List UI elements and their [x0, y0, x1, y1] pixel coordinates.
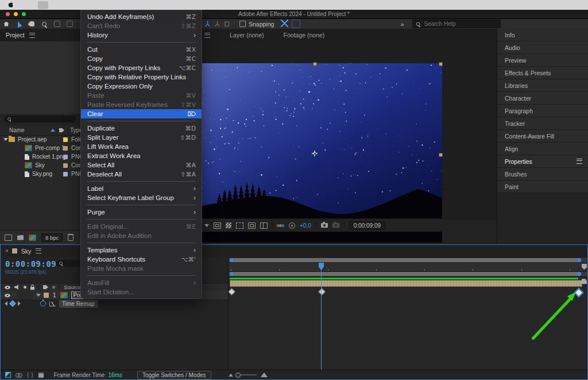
current-timecode[interactable]: 0:00:09:09	[5, 259, 56, 268]
exposure-offset-value[interactable]: +0,0	[300, 222, 311, 229]
minimize-traffic-light[interactable]	[14, 12, 18, 16]
menubar-item[interactable]	[90, 1, 100, 9]
stopwatch-icon[interactable]	[40, 301, 46, 306]
panel-menu-icon[interactable]	[204, 33, 210, 38]
menu-item[interactable]: Clear ⌦	[81, 109, 202, 118]
work-area-bar[interactable]	[230, 272, 581, 276]
menu-item[interactable]	[87, 243, 196, 243]
keyframe-diamond-selected[interactable]	[574, 288, 584, 298]
panel-header[interactable]: Tracker	[497, 117, 588, 130]
home-button[interactable]	[0, 19, 13, 29]
menu-item[interactable]: Paste Mocha mask	[81, 264, 202, 273]
viewer-timecode[interactable]: 0:00:09:09	[349, 221, 385, 230]
switch-cell[interactable]	[17, 291, 25, 299]
zoom-in-mountain-icon[interactable]	[261, 373, 268, 377]
menu-item[interactable]	[87, 181, 196, 182]
footage-tab[interactable]: Footage (none)	[284, 32, 325, 39]
menubar-item[interactable]	[28, 1, 38, 9]
property-name[interactable]: Time Remap	[59, 300, 98, 308]
menu-item[interactable]	[87, 275, 196, 276]
sort-ascending-icon[interactable]	[51, 129, 55, 132]
timeline-tab-sky[interactable]: Sky	[21, 248, 32, 255]
menubar-item[interactable]	[110, 1, 121, 9]
menubar-item[interactable]	[38, 1, 48, 9]
mask-visibility-icon[interactable]	[248, 222, 256, 229]
snap-grid-icon[interactable]	[292, 20, 300, 28]
menu-item[interactable]: Deselect All ⇧⌘A	[81, 170, 202, 179]
lock-icon[interactable]	[30, 287, 34, 290]
panel-header[interactable]: Effects & Presets	[497, 67, 588, 79]
work-area-end-handle[interactable]	[578, 272, 581, 276]
menu-item[interactable]: Keyboard Shortcuts ⌥⌘'	[81, 255, 202, 264]
label-color-chip[interactable]	[63, 137, 68, 142]
label-tag-icon[interactable]	[43, 285, 48, 289]
panel-header[interactable]: Audio	[497, 41, 588, 54]
keyframe-diamond[interactable]	[318, 288, 326, 295]
panel-header[interactable]: Paint	[497, 181, 588, 193]
selection-handle[interactable]	[439, 153, 443, 157]
zoom-slider-track[interactable]	[237, 374, 257, 375]
menu-item[interactable]: Select All ⌘A	[81, 160, 202, 170]
menu-item[interactable]: Paste ⌘V	[81, 91, 202, 100]
rotate-tool-button[interactable]	[63, 19, 76, 29]
menu-item[interactable]: Select Keyframe Label Group	[81, 193, 202, 202]
close-tab-icon[interactable]: ×	[5, 248, 9, 254]
snap-features-icon[interactable]	[281, 20, 288, 27]
keyframe-diamond[interactable]	[229, 288, 235, 295]
comp-button-icon[interactable]	[582, 279, 587, 284]
zoom-out-mountain-icon[interactable]	[229, 374, 233, 377]
close-traffic-light[interactable]	[6, 12, 10, 16]
menu-item[interactable]	[87, 121, 196, 121]
linked-rings-icon[interactable]	[16, 373, 22, 377]
label-color-chip[interactable]	[63, 163, 68, 168]
menu-item[interactable]: Edit Original... ⌘E	[81, 222, 202, 231]
zoom-tool-button[interactable]	[38, 19, 51, 29]
menu-item[interactable]	[87, 205, 196, 205]
label-color-chip[interactable]	[63, 172, 68, 176]
layer-number-column[interactable]: #	[52, 284, 55, 290]
panel-header[interactable]: Properties	[497, 155, 588, 168]
expressions-icon[interactable]: { }	[27, 372, 34, 378]
menu-item[interactable]: Copy with Property Links ⌥⌘C	[81, 63, 202, 72]
switch-cell[interactable]	[25, 291, 33, 299]
zoom-slider-knob[interactable]	[235, 373, 241, 378]
project-search-input[interactable]	[4, 116, 76, 122]
new-composition-icon[interactable]	[29, 235, 36, 241]
toggle-switches-modes-button[interactable]: Toggle Switches / Modes	[137, 371, 211, 379]
workspace-overflow-chevron[interactable]: »	[400, 21, 404, 28]
search-help-input[interactable]	[423, 20, 489, 28]
layer-expand-chevron-icon[interactable]	[36, 294, 41, 297]
guides-icon[interactable]	[260, 222, 268, 229]
solo-icon[interactable]	[24, 286, 26, 289]
panel-header[interactable]: Info	[497, 29, 588, 41]
track-motion-icon-active[interactable]	[204, 21, 211, 27]
hand-tool-button[interactable]	[25, 19, 38, 29]
menu-item[interactable]: Duplicate ⌘D	[81, 124, 202, 133]
label-color-chip[interactable]	[63, 155, 68, 159]
delete-trash-icon[interactable]	[68, 234, 74, 241]
clapboard-icon[interactable]	[38, 373, 44, 378]
renderer-status-icon[interactable]	[5, 372, 11, 378]
search-help-box[interactable]	[412, 20, 501, 28]
navigator-end-handle[interactable]	[578, 258, 581, 262]
menu-item[interactable]: Lift Work Area	[81, 142, 202, 151]
panel-menu-icon[interactable]	[29, 33, 35, 38]
menu-item[interactable]	[87, 219, 196, 220]
take-snapshot-icon[interactable]	[321, 223, 328, 228]
menu-item[interactable]: Start Dictation...	[81, 287, 202, 297]
menu-item[interactable]: Copy Expression Only	[81, 82, 202, 91]
selection-handle[interactable]	[439, 62, 443, 66]
time-ruler[interactable]	[229, 263, 587, 272]
selection-tool-button[interactable]	[13, 19, 25, 29]
property-row[interactable]: Time Remap	[1, 300, 228, 308]
keyframe-toggle-icon[interactable]	[9, 300, 16, 306]
composition-canvas[interactable]	[202, 63, 442, 243]
layer-visibility-eye-icon[interactable]	[5, 294, 10, 297]
panel-header[interactable]: Align	[497, 143, 588, 155]
region-of-interest-icon[interactable]	[236, 222, 243, 229]
work-area-start-handle[interactable]	[230, 272, 233, 276]
menu-item[interactable]: Copy ⌘C	[81, 54, 202, 63]
menubar-item[interactable]	[69, 1, 79, 9]
snapping-checkbox[interactable]: Snapping	[239, 21, 274, 28]
timeline-navigator-bar[interactable]	[230, 258, 581, 262]
